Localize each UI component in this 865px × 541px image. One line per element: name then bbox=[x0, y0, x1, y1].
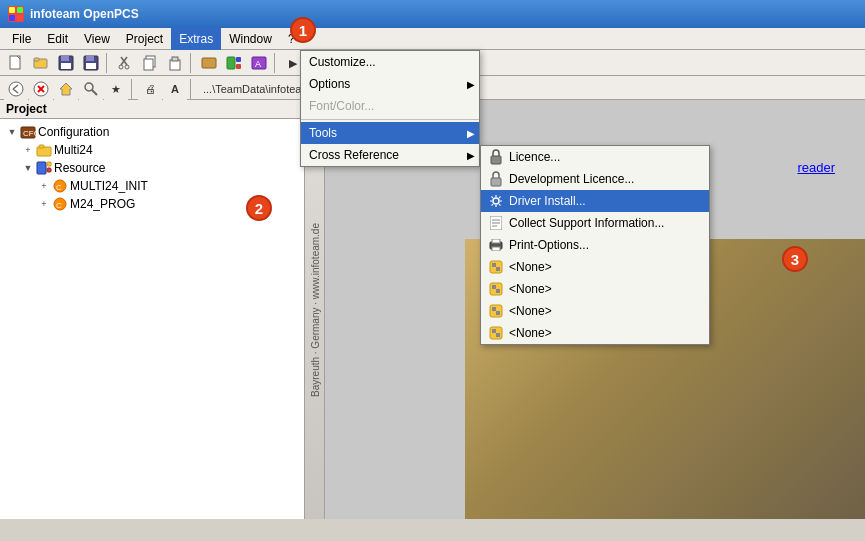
options-arrow: ▶ bbox=[467, 79, 475, 90]
extras-dropdown: Customize... Options ▶ Font/Color... Too… bbox=[300, 50, 480, 167]
icon-multi24 bbox=[36, 142, 52, 158]
tree-node-resource[interactable]: ▼ Resource bbox=[4, 159, 300, 177]
tb-open[interactable] bbox=[29, 52, 53, 74]
svg-rect-56 bbox=[492, 247, 500, 251]
tb-save[interactable] bbox=[54, 52, 78, 74]
tb-star[interactable]: ★ bbox=[104, 78, 128, 100]
circle-2: 2 bbox=[246, 195, 272, 221]
menu-options[interactable]: Options ▶ bbox=[301, 73, 479, 95]
menu-tools[interactable]: Tools ▶ bbox=[301, 122, 479, 144]
tb-font[interactable]: A bbox=[163, 78, 187, 100]
tb-back[interactable] bbox=[4, 78, 28, 100]
svg-rect-24 bbox=[236, 64, 241, 69]
label-multi24-init: MULTI24_INIT bbox=[70, 179, 148, 193]
svg-text:C: C bbox=[56, 201, 62, 210]
tb-cut[interactable] bbox=[113, 52, 137, 74]
menu-project[interactable]: Project bbox=[118, 28, 171, 50]
sidebar-title: Project bbox=[0, 100, 304, 119]
tb-extra3[interactable]: A bbox=[247, 52, 271, 74]
svg-text:A: A bbox=[255, 59, 261, 69]
expand-configuration[interactable]: ▼ bbox=[4, 124, 20, 140]
svg-rect-64 bbox=[492, 307, 496, 311]
app-title: infoteam OpenPCS bbox=[30, 7, 139, 21]
tb-circle-x[interactable] bbox=[29, 78, 53, 100]
icon-m24-prog: C bbox=[52, 196, 68, 212]
tb-print[interactable]: 🖨 bbox=[138, 78, 162, 100]
svg-rect-9 bbox=[61, 63, 71, 69]
menu-extras[interactable]: Extras bbox=[171, 28, 221, 50]
menu-bar: File Edit View Project Extras Window ? bbox=[0, 28, 865, 50]
expand-multi24[interactable]: + bbox=[20, 142, 36, 158]
tb-copy[interactable] bbox=[138, 52, 162, 74]
tb-extra1[interactable] bbox=[197, 52, 221, 74]
label-resource: Resource bbox=[54, 161, 105, 175]
svg-rect-47 bbox=[491, 156, 501, 164]
svg-rect-68 bbox=[496, 333, 500, 337]
crossref-arrow: ▶ bbox=[467, 150, 475, 161]
svg-rect-1 bbox=[17, 7, 23, 13]
svg-rect-65 bbox=[496, 311, 500, 315]
menu-view[interactable]: View bbox=[76, 28, 118, 50]
svg-rect-59 bbox=[496, 267, 500, 271]
submenu-none1[interactable]: <None> bbox=[481, 256, 709, 278]
svg-point-16 bbox=[125, 65, 129, 69]
svg-point-49 bbox=[493, 198, 499, 204]
svg-rect-0 bbox=[9, 7, 15, 13]
tb-home[interactable] bbox=[54, 78, 78, 100]
svg-rect-6 bbox=[34, 58, 39, 61]
menu-file[interactable]: File bbox=[4, 28, 39, 50]
lock-icon-2 bbox=[487, 170, 505, 188]
submenu-none2[interactable]: <None> bbox=[481, 278, 709, 300]
expand-resource[interactable]: ▼ bbox=[20, 160, 36, 176]
tb-zoom[interactable] bbox=[79, 78, 103, 100]
icon-resource bbox=[36, 160, 52, 176]
svg-rect-11 bbox=[86, 56, 94, 61]
lock-icon-1 bbox=[487, 148, 505, 166]
tools-submenu: Licence... Development Licence... Driver… bbox=[480, 145, 710, 345]
svg-rect-20 bbox=[172, 57, 178, 61]
vertical-text: Bayreuth · Germany · www.infoteam.de bbox=[309, 223, 320, 397]
tb-paste[interactable] bbox=[163, 52, 187, 74]
submenu-driverinstall[interactable]: Driver Install... bbox=[481, 190, 709, 212]
submenu-devlicence[interactable]: Development Licence... bbox=[481, 168, 709, 190]
svg-rect-23 bbox=[236, 57, 241, 62]
svg-rect-21 bbox=[202, 58, 216, 68]
title-bar: infoteam OpenPCS bbox=[0, 0, 865, 28]
svg-text:C: C bbox=[56, 183, 62, 192]
tools-arrow: ▶ bbox=[467, 128, 475, 139]
circle-3: 3 bbox=[782, 246, 808, 272]
svg-text:CFG: CFG bbox=[23, 129, 36, 138]
svg-point-15 bbox=[119, 65, 123, 69]
submenu-printoptions[interactable]: Print-Options... bbox=[481, 234, 709, 256]
tb-new[interactable] bbox=[4, 52, 28, 74]
svg-rect-12 bbox=[86, 63, 96, 69]
gear-icon-driver bbox=[487, 192, 505, 210]
tree-node-multi24[interactable]: + Multi24 bbox=[4, 141, 300, 159]
label-configuration: Configuration bbox=[38, 125, 109, 139]
svg-rect-67 bbox=[492, 329, 496, 333]
menu-window[interactable]: Window bbox=[221, 28, 280, 50]
tree-node-multi24-init[interactable]: + C MULTI24_INIT bbox=[4, 177, 300, 195]
menu-edit[interactable]: Edit bbox=[39, 28, 76, 50]
expand-m24-prog[interactable]: + bbox=[36, 196, 52, 212]
reader-link[interactable]: reader bbox=[797, 160, 835, 175]
tb-save2[interactable] bbox=[79, 52, 103, 74]
submenu-none4[interactable]: <None> bbox=[481, 322, 709, 344]
print-icon bbox=[487, 236, 505, 254]
svg-rect-2 bbox=[9, 15, 15, 21]
tree-node-configuration[interactable]: ▼ CFG Configuration bbox=[4, 123, 300, 141]
submenu-licence[interactable]: Licence... bbox=[481, 146, 709, 168]
svg-rect-39 bbox=[39, 145, 44, 148]
submenu-collectsupport[interactable]: Collect Support Information... bbox=[481, 212, 709, 234]
expand-multi24-init[interactable]: + bbox=[36, 178, 52, 194]
plug-icon-3 bbox=[487, 302, 505, 320]
tb-sep-1 bbox=[106, 53, 110, 73]
menu-customize[interactable]: Customize... bbox=[301, 51, 479, 73]
svg-rect-38 bbox=[37, 147, 51, 156]
sep-extras-1 bbox=[301, 119, 479, 120]
menu-crossref[interactable]: Cross Reference ▶ bbox=[301, 144, 479, 166]
tb-extra2[interactable] bbox=[222, 52, 246, 74]
submenu-none3[interactable]: <None> bbox=[481, 300, 709, 322]
svg-rect-8 bbox=[61, 56, 69, 61]
plug-icon-1 bbox=[487, 258, 505, 276]
